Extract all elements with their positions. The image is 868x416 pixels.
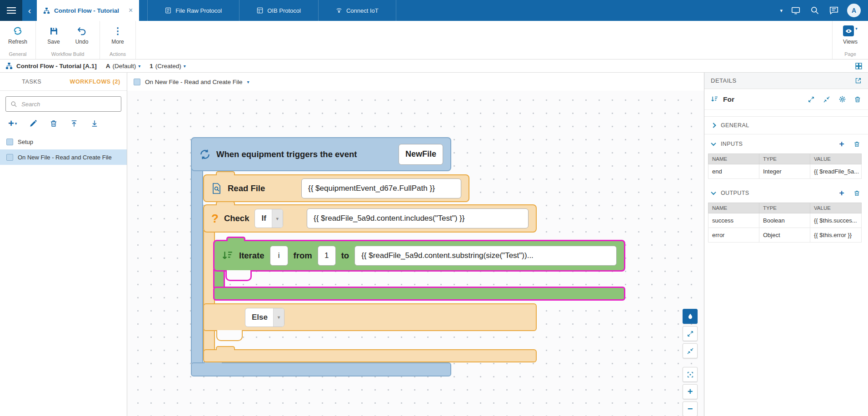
revision-selector[interactable]: 1 (Created) ▾ — [150, 63, 186, 69]
edit-workflow-button[interactable] — [29, 119, 37, 128]
event-block-footer[interactable] — [191, 362, 451, 376]
iterate-to-field[interactable]: {{ $readFile_5a9d.content.substring(size… — [354, 246, 617, 266]
hamburger-menu-button[interactable] — [0, 0, 22, 21]
output-value-cell[interactable]: {{ $this.succes... — [810, 213, 862, 228]
workflow-selector[interactable]: On New File - Read and Create File ▾ — [127, 73, 704, 91]
list-item-setup[interactable]: Setup — [0, 134, 127, 149]
more-button[interactable]: ⋮ More — [104, 24, 132, 50]
undo-button[interactable]: Undo — [68, 24, 96, 50]
version-letter: A — [106, 63, 110, 69]
check-selector-value: If — [261, 214, 266, 223]
revision-state: (Created) — [155, 63, 181, 69]
else-selector[interactable]: Else ▾ — [245, 308, 284, 327]
refresh-button[interactable]: Refresh — [4, 24, 32, 50]
check-label: Check — [224, 213, 249, 223]
section-outputs[interactable]: OUTPUTS + — [704, 183, 868, 203]
add-workflow-button[interactable]: + ▾ — [8, 119, 17, 128]
check-condition-field[interactable]: {{ $readFile_5a9d.content.includes("Test… — [307, 208, 529, 228]
tab-file-raw-protocol[interactable]: File Raw Protocol — [147, 0, 239, 21]
delete-output-button[interactable] — [853, 189, 861, 197]
for-loop-icon — [711, 95, 718, 103]
sidebar-tabs: TASKS WORKFLOWS (2) — [0, 73, 127, 91]
expand-node-icon[interactable] — [807, 95, 815, 104]
pencil-icon — [29, 119, 37, 128]
ribbon-caption-page: Page — [836, 50, 864, 58]
tab-tasks[interactable]: TASKS — [0, 73, 64, 90]
output-name-cell: success — [708, 213, 759, 228]
check-block[interactable]: ? Check If ▾ {{ $readFile_5a9d.content.i… — [203, 204, 537, 233]
ribbon-group-page: ▾ Views Page — [832, 21, 868, 59]
output-value-cell[interactable]: {{ $this.error }} — [810, 228, 862, 243]
details-title: DETAILS — [711, 77, 737, 84]
event-block[interactable]: When equipment triggers the event NewFil… — [191, 137, 451, 171]
iterate-from-field[interactable]: 1 — [318, 246, 336, 266]
section-inputs[interactable]: INPUTS + — [704, 134, 868, 154]
tab-connect-iot[interactable]: Connect IoT — [319, 0, 396, 21]
tabs-overflow-chevron-icon[interactable]: ▾ — [780, 8, 783, 14]
section-general[interactable]: GENERAL — [704, 116, 868, 134]
list-item-on-new-file[interactable]: On New File - Read and Create File — [0, 149, 127, 165]
avatar[interactable]: A — [847, 4, 861, 17]
iterate-variable-field[interactable]: i — [270, 246, 288, 266]
search-input[interactable] — [21, 101, 116, 108]
table-row[interactable]: end Integer {{ $readFile_5a... — [708, 164, 862, 179]
add-input-button[interactable]: + — [839, 140, 845, 148]
expand-icon — [687, 330, 694, 337]
search-icon — [10, 101, 17, 108]
ribbon-group-general: Refresh General — [0, 21, 36, 59]
empty-slot-socket — [216, 330, 243, 341]
delete-input-button[interactable] — [853, 140, 861, 148]
export-workflow-button[interactable] — [90, 119, 99, 128]
read-file-block[interactable]: Read File {{ $equipmentEvent_d67e.FullPa… — [203, 174, 469, 202]
iterate-block[interactable]: Iterate i from 1 to {{ $readFile_5a9d.co… — [213, 240, 625, 272]
zoom-out-button[interactable]: − — [683, 401, 698, 416]
version-selector[interactable]: A (Default) ▾ — [106, 63, 141, 69]
tab-oib-protocol[interactable]: OIB Protocol — [239, 0, 319, 21]
table-row[interactable]: error Object {{ $this.error }} — [708, 228, 862, 243]
debug-drop-button[interactable] — [683, 309, 698, 324]
popout-icon[interactable] — [855, 77, 862, 84]
tab-label: Connect IoT — [346, 7, 379, 14]
active-tab-label: Control Flow - Tutorial — [54, 7, 119, 14]
close-tab-icon[interactable]: × — [129, 6, 133, 15]
save-button[interactable]: Save — [40, 24, 68, 50]
column-header: NAME — [708, 154, 759, 164]
iterate-label: Iterate — [239, 251, 264, 261]
input-value-cell[interactable]: {{ $readFile_5a... — [810, 164, 862, 179]
import-workflow-button[interactable] — [70, 119, 78, 128]
outputs-section-label: OUTPUTS — [721, 190, 749, 196]
chevron-down-icon: ▾ — [273, 308, 284, 327]
check-condition-selector[interactable]: If ▾ — [254, 209, 283, 228]
zoom-in-button[interactable]: + — [683, 384, 698, 399]
collapse-all-button[interactable] — [683, 343, 698, 358]
delete-node-icon[interactable] — [853, 95, 862, 104]
workflow-actions: + ▾ — [0, 114, 127, 132]
collapse-node-icon[interactable] — [823, 95, 831, 104]
back-button[interactable]: ‹ — [22, 0, 37, 21]
table-row[interactable]: success Boolean {{ $this.succes... — [708, 213, 862, 228]
tab-workflows[interactable]: WORKFLOWS (2) — [64, 73, 127, 90]
check-block-footer[interactable] — [203, 349, 537, 362]
search-icon[interactable] — [809, 5, 821, 16]
check-else-section[interactable]: Else ▾ — [203, 303, 537, 331]
hamburger-icon — [7, 5, 16, 15]
general-section-label: GENERAL — [721, 122, 749, 129]
arrow-down-to-line-icon — [90, 119, 99, 128]
expand-all-button[interactable] — [683, 326, 698, 341]
canvas-board[interactable]: When equipment triggers the event NewFil… — [127, 91, 704, 416]
fit-view-button[interactable] — [683, 367, 698, 382]
views-button[interactable]: ▾ Views — [836, 24, 864, 50]
column-header: TYPE — [759, 154, 810, 164]
event-name-field[interactable]: NewFile — [399, 144, 443, 165]
add-output-button[interactable]: + — [839, 189, 845, 197]
iterate-block-footer[interactable] — [213, 287, 625, 301]
chat-icon[interactable] — [828, 5, 840, 16]
delete-workflow-button[interactable] — [50, 119, 58, 128]
read-file-path-field[interactable]: {{ $equipmentEvent_d67e.FullPath }} — [301, 178, 461, 198]
grid-view-icon[interactable] — [855, 62, 863, 70]
monitor-icon[interactable] — [790, 5, 802, 16]
tab-control-flow-tutorial[interactable]: Control Flow - Tutorial × — [37, 0, 139, 21]
settings-gear-icon[interactable] — [838, 95, 846, 104]
trash-icon — [50, 119, 58, 128]
refresh-label: Refresh — [8, 39, 27, 45]
